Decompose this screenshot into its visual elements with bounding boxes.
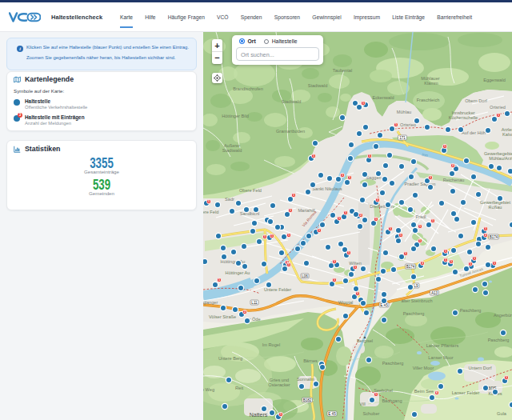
- svg-text:Osteracker: Osteracker: [268, 382, 290, 387]
- svg-text:Eggenwald: Eggenwald: [483, 78, 506, 82]
- svg-text:Lanser Moor: Lanser Moor: [428, 355, 454, 360]
- svg-text:Köchenschelle: Köchenschelle: [449, 115, 478, 120]
- svg-text:Höttinger Bild: Höttinger Bild: [222, 114, 249, 118]
- svg-text:Obere Feld: Obere Feld: [239, 188, 262, 193]
- svg-text:B174: B174: [490, 235, 498, 239]
- svg-text:Ortsried: Ortsried: [400, 122, 416, 127]
- svg-text:Auf der Höh: Auf der Höh: [462, 130, 486, 135]
- svg-text:B174: B174: [406, 265, 415, 269]
- svg-text:Untern Dorf: Untern Dorf: [469, 366, 492, 370]
- svg-text:glanger: glanger: [203, 300, 218, 305]
- svg-text:Im Rogel: Im Rogel: [262, 342, 280, 347]
- svg-text:Natters: Natters: [250, 412, 268, 418]
- svg-text:Ortsried: Ortsried: [490, 105, 506, 110]
- svg-text:Stadtwald: Stadtwald: [308, 83, 328, 88]
- svg-text:171: 171: [399, 136, 406, 140]
- svg-text:Bachgang: Bachgang: [382, 398, 402, 403]
- svg-text:Lanser Pflanters: Lanser Pflanters: [426, 343, 459, 348]
- svg-text:alter Steinbruch: alter Steinbruch: [401, 298, 432, 303]
- svg-text:Stadtwald: Stadtwald: [222, 148, 242, 153]
- svg-text:Taubental: Taubental: [333, 68, 352, 73]
- svg-text:Paschberg: Paschberg: [382, 361, 404, 366]
- svg-text:Inn: Inn: [422, 152, 429, 158]
- svg-text:Wipptal: Wipptal: [338, 300, 354, 305]
- svg-text:Sankt Nikolaus: Sankt Nikolaus: [312, 186, 342, 191]
- svg-text:Brandischrofen: Brandischrofen: [233, 86, 263, 91]
- svg-text:Mühlau: Mühlau: [397, 110, 411, 114]
- svg-text:Höttinger Au: Höttinger Au: [226, 270, 250, 275]
- svg-text:Bärnes: Bärnes: [303, 358, 318, 363]
- svg-text:Stadtwald: Stadtwald: [282, 99, 302, 104]
- svg-text:Angerbürg: Angerbürg: [494, 313, 512, 318]
- svg-text:E 45: E 45: [328, 412, 336, 416]
- svg-text:Paschberg: Paschberg: [488, 338, 510, 342]
- svg-text:Klamm: Klamm: [424, 81, 438, 86]
- svg-text:Vill: Vill: [359, 402, 365, 406]
- svg-text:Völser Straße: Völser Straße: [209, 314, 236, 319]
- svg-text:Gula: Gula: [497, 411, 507, 416]
- svg-text:Lanser Felder: Lanser Felder: [452, 390, 480, 395]
- svg-text:Paschberg: Paschberg: [460, 308, 482, 313]
- svg-text:Untere Berg: Untere Berg: [218, 356, 242, 361]
- svg-text:L11: L11: [251, 301, 258, 305]
- svg-text:Paschberg: Paschberg: [403, 311, 425, 316]
- svg-text:Beim See: Beim See: [414, 389, 434, 394]
- svg-text:Roßau: Roßau: [489, 205, 502, 210]
- svg-text:B182: B182: [303, 398, 312, 402]
- svg-text:Mühlau/Arzl: Mühlau/Arzl: [489, 156, 512, 161]
- svg-text:Kalvar: Kalvar: [502, 132, 512, 137]
- svg-text:Fraschleich: Fraschleich: [417, 98, 440, 102]
- svg-text:Gramartboden: Gramartboden: [276, 129, 305, 134]
- svg-text:Reichenau: Reichenau: [443, 178, 465, 182]
- svg-text:Schober: Schober: [363, 411, 380, 416]
- svg-text:Eckenwald: Eckenwald: [372, 95, 394, 100]
- svg-text:Sadr: Sadr: [225, 197, 234, 202]
- svg-text:Mariahilf: Mariahilf: [298, 208, 315, 213]
- svg-text:Reit: Reit: [235, 386, 243, 390]
- svg-text:L9: L9: [414, 284, 418, 288]
- svg-text:▲: ▲: [363, 334, 367, 339]
- svg-text:A13: A13: [431, 291, 438, 295]
- svg-text:Sonnalm: Sonnalm: [297, 377, 314, 382]
- svg-text:L06: L06: [302, 274, 308, 278]
- svg-text:Pradl: Pradl: [415, 214, 426, 219]
- svg-text:ere Feld: ere Feld: [203, 210, 218, 214]
- svg-text:e Weg: e Weg: [203, 387, 214, 392]
- svg-text:Obern Dorf: Obern Dorf: [465, 98, 487, 103]
- svg-text:Viller Moor: Viller Moor: [413, 366, 434, 370]
